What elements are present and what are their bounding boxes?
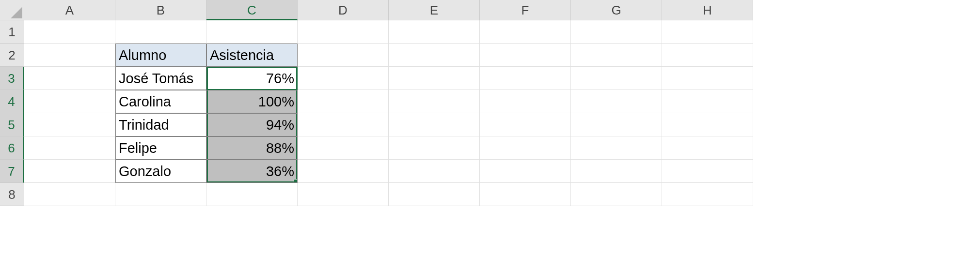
row-header-8[interactable]: 8 (0, 183, 24, 206)
col-header-G[interactable]: G (571, 0, 662, 20)
cell-C8[interactable] (206, 183, 298, 206)
cell-F3[interactable] (480, 67, 571, 90)
cell-G1[interactable] (571, 20, 662, 44)
cell-F2[interactable] (480, 44, 571, 67)
cell-F4[interactable] (480, 90, 571, 113)
cell-B2[interactable]: Alumno (115, 44, 206, 67)
cell-B4[interactable]: Carolina (115, 90, 206, 113)
cell-B5[interactable]: Trinidad (115, 113, 206, 136)
cell-A7[interactable] (24, 160, 115, 183)
cell-H1[interactable] (662, 20, 753, 44)
cell-F1[interactable] (480, 20, 571, 44)
cell-C2[interactable]: Asistencia (206, 44, 298, 67)
cell-B3[interactable]: José Tomás (115, 67, 206, 90)
cell-G3[interactable] (571, 67, 662, 90)
row-header-5[interactable]: 5 (0, 113, 24, 136)
cell-D1[interactable] (298, 20, 389, 44)
cell-A3[interactable] (24, 67, 115, 90)
cell-F5[interactable] (480, 113, 571, 136)
cell-F8[interactable] (480, 183, 571, 206)
col-header-A[interactable]: A (24, 0, 115, 20)
cell-E2[interactable] (389, 44, 480, 67)
cell-D6[interactable] (298, 136, 389, 160)
cell-C6[interactable]: 88% (206, 136, 298, 160)
col-header-B[interactable]: B (115, 0, 206, 20)
cell-A8[interactable] (24, 183, 115, 206)
row-header-2[interactable]: 2 (0, 44, 24, 67)
cell-A6[interactable] (24, 136, 115, 160)
cell-E6[interactable] (389, 136, 480, 160)
cell-E7[interactable] (389, 160, 480, 183)
cell-G2[interactable] (571, 44, 662, 67)
cell-H6[interactable] (662, 136, 753, 160)
row-header-7[interactable]: 7 (0, 160, 24, 183)
cell-G7[interactable] (571, 160, 662, 183)
cell-B8[interactable] (115, 183, 206, 206)
cell-D4[interactable] (298, 90, 389, 113)
cell-H8[interactable] (662, 183, 753, 206)
cell-C7[interactable]: 36% (206, 160, 298, 183)
cell-B7[interactable]: Gonzalo (115, 160, 206, 183)
cell-G8[interactable] (571, 183, 662, 206)
cell-B1[interactable] (115, 20, 206, 44)
col-header-E[interactable]: E (389, 0, 480, 20)
cell-H4[interactable] (662, 90, 753, 113)
cell-H5[interactable] (662, 113, 753, 136)
cell-B6[interactable]: Felipe (115, 136, 206, 160)
col-header-F[interactable]: F (480, 0, 571, 20)
row-header-3[interactable]: 3 (0, 67, 24, 90)
cell-H2[interactable] (662, 44, 753, 67)
cell-E3[interactable] (389, 67, 480, 90)
cell-D3[interactable] (298, 67, 389, 90)
cell-E8[interactable] (389, 183, 480, 206)
spreadsheet-grid[interactable]: A B C D E F G H 1 2 Alumno Asistencia 3 … (0, 0, 980, 206)
cell-D5[interactable] (298, 113, 389, 136)
col-header-H[interactable]: H (662, 0, 753, 20)
row-header-6[interactable]: 6 (0, 136, 24, 160)
col-header-C[interactable]: C (206, 0, 298, 20)
cell-G5[interactable] (571, 113, 662, 136)
cell-G4[interactable] (571, 90, 662, 113)
cell-C4[interactable]: 100% (206, 90, 298, 113)
cell-E1[interactable] (389, 20, 480, 44)
cell-D8[interactable] (298, 183, 389, 206)
cell-E5[interactable] (389, 113, 480, 136)
cell-E4[interactable] (389, 90, 480, 113)
cell-A5[interactable] (24, 113, 115, 136)
cell-D2[interactable] (298, 44, 389, 67)
cell-F6[interactable] (480, 136, 571, 160)
row-header-4[interactable]: 4 (0, 90, 24, 113)
select-all-corner[interactable] (0, 0, 24, 20)
cell-C3[interactable]: 76% (206, 67, 298, 90)
cell-C5[interactable]: 94% (206, 113, 298, 136)
cell-H7[interactable] (662, 160, 753, 183)
cell-D7[interactable] (298, 160, 389, 183)
col-header-D[interactable]: D (298, 0, 389, 20)
cell-F7[interactable] (480, 160, 571, 183)
cell-H3[interactable] (662, 67, 753, 90)
cell-A4[interactable] (24, 90, 115, 113)
cell-A2[interactable] (24, 44, 115, 67)
cell-A1[interactable] (24, 20, 115, 44)
cell-C1[interactable] (206, 20, 298, 44)
row-header-1[interactable]: 1 (0, 20, 24, 44)
cell-G6[interactable] (571, 136, 662, 160)
